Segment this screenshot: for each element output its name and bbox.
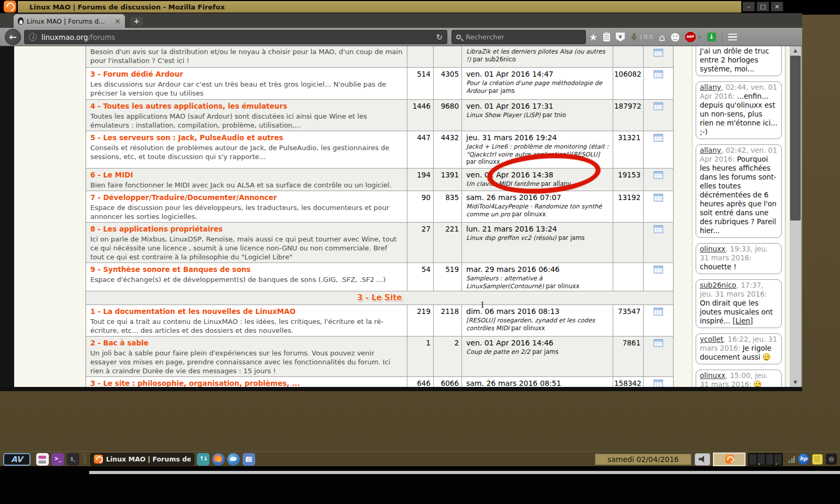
bookmarks-list-icon[interactable] <box>603 33 610 41</box>
notification-firefox-box[interactable] <box>713 453 746 466</box>
forum-title-link[interactable]: 5 - Les serveurs son : Jack, PulseAudio … <box>90 132 403 143</box>
last-post-topic-link[interactable]: Pour la création d'une page méthodologie… <box>466 79 602 94</box>
scroll-up-icon[interactable]: ▲ <box>790 46 801 55</box>
window-list-applet[interactable] <box>748 453 783 466</box>
menu-hamburger-icon[interactable] <box>728 34 737 41</box>
forum-title-link[interactable]: 8 - Les applications propriétaires <box>90 223 403 234</box>
close-button[interactable]: × <box>771 2 783 12</box>
thunderbird-launcher-icon[interactable] <box>227 453 240 466</box>
shoutbox-panel: Apr 2016: Je retire. J'ai un drôle de tr… <box>692 46 785 387</box>
search-bar[interactable] <box>452 30 586 44</box>
forum-main-cell: 1 - La documentation et les nouvelles de… <box>86 305 407 336</box>
forum-posts-count: 4305 <box>434 68 462 99</box>
shout-link[interactable]: [Lien] <box>732 317 753 325</box>
smiley-addon-icon[interactable] <box>671 33 679 41</box>
forum-title-link[interactable]: 2 - Bac à sable <box>90 337 403 348</box>
last-post-topic-link[interactable]: Linux Show Player (LiSP) <box>466 111 541 119</box>
forum-list-icon[interactable] <box>654 49 663 57</box>
last-post-topic-link[interactable]: Coup de patte en 2/2 <box>466 348 530 355</box>
forum-topics-count: 1 <box>407 337 434 376</box>
forum-visits-count: 13192 <box>613 191 644 222</box>
scrollbar-thumb[interactable] <box>790 56 801 220</box>
firefox-launcher-icon[interactable] <box>212 453 225 466</box>
maximize-button[interactable]: □ <box>757 2 769 12</box>
downloads-icon[interactable] <box>631 33 637 41</box>
shout-author[interactable]: allany <box>700 83 721 91</box>
forum-icon-cell <box>644 46 673 67</box>
settings-toggles-icon[interactable] <box>36 453 49 466</box>
page-scrollbar[interactable]: ▲ ▼ <box>790 46 801 387</box>
last-post-topic-link[interactable]: Jackd + Line6 : problème de monitoring (… <box>466 143 608 158</box>
minimize-button[interactable]: – <box>742 2 755 12</box>
forum-title-link[interactable]: 4 - Toutes les autres applications, les … <box>90 100 403 111</box>
forum-title-link[interactable]: 3 - Forum dédié Ardour <box>90 68 403 79</box>
forum-title-link[interactable]: 7 - Développer/Traduire/Documenter/Annon… <box>90 192 403 203</box>
hp-device-icon[interactable]: hp <box>798 454 809 465</box>
terminal-dark-icon[interactable]: $_ <box>67 453 79 466</box>
network-signal-icon[interactable] <box>789 456 795 463</box>
new-tab-button[interactable]: + <box>130 17 143 26</box>
forum-visits-count: 158342 <box>613 377 644 387</box>
forum-list-icon[interactable] <box>654 194 663 202</box>
search-icon[interactable] <box>456 35 461 39</box>
taskbar-clock[interactable]: samedi 02/04/2016 07:24:37 <box>594 453 692 466</box>
update-sync-icon[interactable]: ◎ <box>826 454 837 465</box>
terminal-purple-icon[interactable]: >_ <box>51 453 64 466</box>
forum-visits-count <box>613 223 644 262</box>
last-post-topic-link[interactable]: Sampleurs : alternative à LinuxSampler(C… <box>466 275 544 290</box>
forum-title-link[interactable]: 9 - Synthèse sonore et Banques de sons <box>90 264 403 275</box>
tab-linuxmao[interactable]: Linux MAO | Forums d... × <box>14 14 125 28</box>
task-button-firefox[interactable]: Linux MAO | Forums de di... <box>90 453 194 466</box>
forum-title-link[interactable]: 6 - Le MIDI <box>90 169 403 180</box>
clipboard-notes-icon[interactable] <box>812 454 823 465</box>
reload-icon[interactable]: ↻ <box>436 33 443 42</box>
taskbar: AV >_ $_ Linux MAO | Forums de di... ↑↓ … <box>0 452 840 466</box>
forum-list-icon[interactable] <box>654 380 663 387</box>
forum-list-icon[interactable] <box>654 266 663 274</box>
forum-last-post-cell: sam. 26 mars 2016 07:07 MidiTool4LazyPeo… <box>462 191 613 222</box>
forum-list-icon[interactable] <box>654 102 663 110</box>
adblock-dropdown-icon[interactable]: ▾ <box>698 34 701 40</box>
forum-title-link[interactable]: 3 - Le site : philosophie, organisation,… <box>90 377 403 387</box>
forum-topics-count: 219 <box>407 305 434 336</box>
forum-title-link[interactable]: 1 - La documentation et les nouvelles de… <box>90 306 403 317</box>
av-linux-menu-button[interactable]: AV <box>3 453 30 466</box>
video-download-icon[interactable]: ↓ <box>707 33 716 41</box>
forum-description: Bien faire fonctionner le MIDI avec Jack… <box>90 180 403 190</box>
tab-close-icon[interactable]: × <box>114 18 121 24</box>
home-icon[interactable]: ⌂ <box>659 32 665 43</box>
shout-author[interactable]: olinuxx <box>700 371 726 380</box>
forum-posts-count: 2118 <box>434 305 462 336</box>
volume-button[interactable] <box>695 453 710 466</box>
adblock-icon[interactable]: ABP <box>685 32 696 42</box>
scroll-down-icon[interactable]: ▼ <box>790 378 801 387</box>
forum-main-cell: 8 - Les applications propriétaires Ici o… <box>86 223 407 262</box>
url-bar[interactable]: i linuxmao.org /forums ↻ <box>24 30 447 44</box>
search-input[interactable] <box>465 33 559 41</box>
forum-list-icon[interactable] <box>654 171 663 179</box>
shout-author[interactable]: allany <box>700 146 721 154</box>
shout-author[interactable]: ycollet <box>700 335 723 343</box>
shout-author[interactable]: olinuxx <box>700 245 726 253</box>
screenshot-tool-icon[interactable] <box>243 453 255 466</box>
last-post-topic-link[interactable]: Linux dsp greffon vc2 (résolu) <box>466 234 556 242</box>
last-post-topic-link[interactable]: Un clavier MIDI fantôme <box>466 180 539 187</box>
forum-last-post-cell: mar. 29 mars 2016 06:46 Sampleurs : alte… <box>462 263 613 291</box>
forum-list-icon[interactable] <box>654 225 663 233</box>
shout-author[interactable]: sub26nico <box>700 281 736 289</box>
last-post-topic-line: [RESOLU] rosegarden, zynadd et les codes… <box>466 317 610 332</box>
toolbar-icons: ★ ∨ | 0:5 ⌂ ABP ▾ ↓ <box>589 28 737 46</box>
bookmark-star-icon[interactable]: ★ <box>589 32 597 43</box>
forum-visits-count <box>613 46 644 67</box>
taskbar-divider <box>33 454 34 465</box>
forum-list-icon[interactable] <box>654 134 663 142</box>
forum-list-icon[interactable] <box>654 308 663 316</box>
shout-message: olinuxx, 19:33, jeu. 31 mars 2016: choue… <box>696 243 782 274</box>
site-info-icon[interactable]: i <box>29 33 37 41</box>
forum-list-icon[interactable] <box>654 339 663 347</box>
forum-list-icon[interactable] <box>654 70 663 78</box>
file-transfer-icon[interactable]: ↑↓ <box>197 453 209 466</box>
pocket-icon[interactable]: ∨ <box>616 33 625 41</box>
app-menu-icon[interactable] <box>4 1 16 13</box>
back-button[interactable]: ← <box>5 29 21 45</box>
